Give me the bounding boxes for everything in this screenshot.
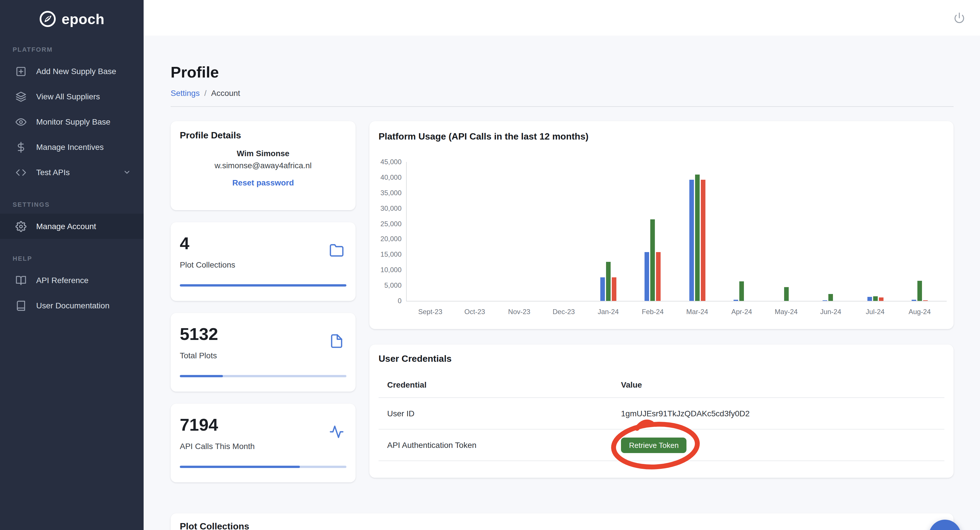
y-axis-tick-label: 20,000: [367, 235, 401, 243]
book-icon: [16, 300, 26, 311]
breadcrumb-current: Account: [211, 89, 240, 98]
sidebar-item-manage-account[interactable]: Manage Account: [0, 214, 143, 239]
sidebar-item-label: Test APIs: [36, 168, 70, 177]
eye-icon: [16, 116, 26, 127]
stat-card-plot-collections: 4 Plot Collections: [170, 222, 356, 301]
bar-series-green: [784, 287, 788, 301]
sidebar: epoch PLATFORM Add New Supply Base View …: [0, 0, 143, 530]
x-axis-month-label: Nov-23: [499, 308, 539, 316]
bar-series-red: [612, 277, 616, 301]
left-column: Profile Details Wim Simonse w.simonse@aw…: [170, 121, 356, 482]
file-icon: [329, 333, 344, 349]
x-axis-month-label: Feb-24: [633, 308, 673, 316]
x-axis-month-label: Jan-24: [588, 308, 628, 316]
code-icon: [16, 167, 26, 178]
section-label-platform: PLATFORM: [13, 46, 143, 53]
x-axis-month-label: Mar-24: [677, 308, 717, 316]
progress-track: [180, 466, 347, 468]
user-email: w.simonse@away4africa.nl: [180, 161, 347, 170]
book-open-icon: [16, 275, 26, 286]
layers-icon: [16, 91, 26, 102]
sidebar-item-manage-incentives[interactable]: Manage Incentives: [0, 134, 143, 160]
table-row-user-id: User ID 1gmUJEsr91TkJzQDAKc5cd3fy0D2: [379, 398, 944, 430]
sidebar-item-label: Manage Account: [36, 222, 96, 231]
bar-series-red: [656, 252, 661, 301]
main-area: Profile Settings / Account Profile Detai…: [143, 0, 980, 530]
x-axis-month-label: Oct-23: [455, 308, 495, 316]
bar-series-blue: [600, 277, 605, 301]
sidebar-item-label: User Documentation: [36, 301, 110, 310]
y-axis-tick-label: 5,000: [367, 281, 401, 289]
plot-collections-title: Plot Collections: [180, 521, 944, 530]
breadcrumb-settings-link[interactable]: Settings: [170, 89, 200, 98]
page-content: Profile Settings / Account Profile Detai…: [143, 36, 980, 530]
bar-series-blue: [645, 252, 649, 301]
sidebar-item-view-all-suppliers[interactable]: View All Suppliers: [0, 84, 143, 109]
credential-label: User ID: [379, 409, 621, 418]
stat-card-api-calls: 7194 API Calls This Month: [170, 404, 356, 482]
y-axis-tick-label: 35,000: [367, 189, 401, 197]
bar-series-blue: [912, 300, 916, 301]
chart-plot: 05,00010,00015,00020,00025,00030,00035,0…: [406, 162, 947, 301]
gear-icon: [16, 221, 26, 232]
bar-series-blue: [689, 179, 694, 301]
logo-text: epoch: [62, 11, 104, 27]
y-axis-tick-label: 40,000: [367, 173, 401, 181]
bar-series-green: [606, 262, 611, 301]
sidebar-item-monitor-supply-base[interactable]: Monitor Supply Base: [0, 109, 143, 134]
progress-track: [180, 375, 347, 377]
sidebar-item-label: View All Suppliers: [36, 92, 100, 101]
credentials-title: User Credentials: [379, 354, 944, 364]
x-axis-month-label: Apr-24: [722, 308, 762, 316]
table-row-api-token: API Authentication Token Retrieve Token: [379, 430, 944, 461]
bar-series-green: [917, 281, 922, 301]
retrieve-token-button[interactable]: Retrieve Token: [621, 437, 687, 453]
power-icon[interactable]: [954, 12, 965, 24]
sidebar-item-label: Monitor Supply Base: [36, 117, 110, 126]
table-header-row: Credential Value: [379, 372, 944, 398]
platform-usage-chart-card: Platform Usage (API Calls in the last 12…: [369, 121, 954, 329]
bar-series-green: [651, 219, 655, 301]
stat-label: Total Plots: [180, 351, 347, 360]
profile-details-card: Profile Details Wim Simonse w.simonse@aw…: [170, 121, 356, 210]
reset-password-link[interactable]: Reset password: [232, 178, 294, 187]
dollar-icon: [16, 141, 26, 152]
stat-card-total-plots: 5132 Total Plots: [170, 313, 356, 392]
bar-series-red: [878, 297, 883, 301]
stat-label: API Calls This Month: [180, 441, 347, 451]
stat-value: 4: [180, 234, 347, 253]
bar-series-green: [695, 174, 699, 301]
breadcrumb-separator: /: [204, 89, 207, 98]
sidebar-item-api-reference[interactable]: API Reference: [0, 268, 143, 293]
user-name: Wim Simonse: [180, 149, 347, 158]
y-axis-tick-label: 0: [367, 297, 401, 305]
bar-series-green: [873, 297, 877, 301]
progress-fill: [180, 466, 300, 468]
logo[interactable]: epoch: [0, 0, 143, 30]
breadcrumb: Settings / Account: [170, 89, 954, 98]
section-label-settings: SETTINGS: [13, 201, 143, 208]
sidebar-item-add-new-supply-base[interactable]: Add New Supply Base: [0, 59, 143, 84]
y-axis-tick-label: 10,000: [367, 266, 401, 274]
epoch-leaf-logo-icon: [39, 10, 56, 27]
x-axis-month-label: May-24: [766, 308, 806, 316]
y-axis-tick-label: 30,000: [367, 204, 401, 212]
app-window: epoch PLATFORM Add New Supply Base View …: [0, 0, 980, 530]
stat-value: 5132: [180, 324, 347, 344]
sidebar-item-user-documentation[interactable]: User Documentation: [0, 293, 143, 318]
column-header-value: Value: [621, 380, 944, 389]
sidebar-item-label: API Reference: [36, 276, 89, 285]
section-label-help: HELP: [13, 255, 143, 262]
stat-value: 7194: [180, 415, 347, 435]
sidebar-item-test-apis[interactable]: Test APIs: [0, 160, 143, 185]
bar-series-blue: [733, 300, 738, 301]
bar-series-red: [700, 180, 705, 301]
top-bar: [143, 0, 980, 36]
profile-details-title: Profile Details: [180, 130, 347, 141]
stat-label: Plot Collections: [180, 260, 347, 269]
x-axis-month-label: Sept-23: [410, 308, 450, 316]
progress-fill: [180, 375, 223, 377]
credentials-table: Credential Value User ID 1gmUJEsr91TkJzQ…: [379, 372, 944, 461]
plot-collections-card: Plot Collections: [170, 513, 954, 530]
user-credentials-card: User Credentials Credential Value User I…: [369, 344, 954, 478]
